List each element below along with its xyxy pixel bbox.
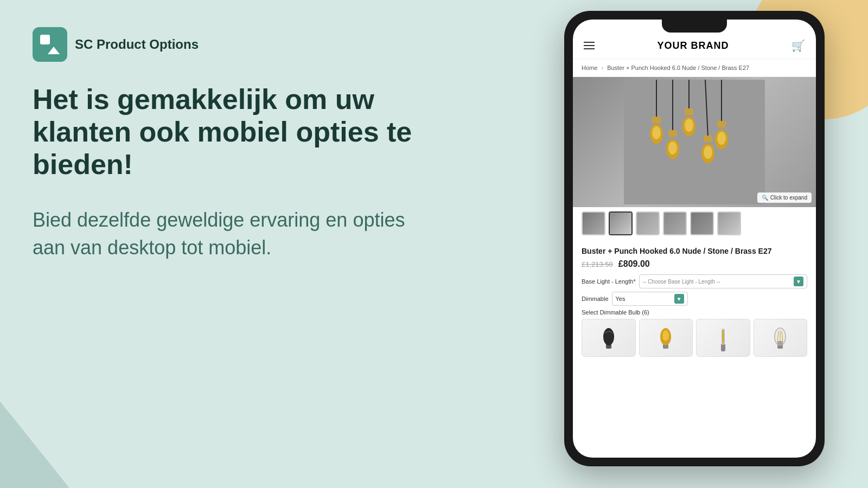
- menu-button[interactable]: [584, 42, 595, 49]
- product-info: Buster + Punch Hooked 6.0 Nude / Stone /…: [573, 240, 816, 364]
- bulb-icon-clear: [772, 326, 788, 350]
- phone-notch: [662, 20, 727, 33]
- phone-screen: YOUR BRAND 🛒 Home › Buster + Punch Hooke…: [573, 20, 816, 458]
- bulb-2-inner: [640, 319, 693, 356]
- brand-name: BRAND: [691, 40, 729, 51]
- svg-point-17: [668, 142, 677, 155]
- phone-frame: YOUR BRAND 🛒 Home › Buster + Punch Hooke…: [564, 11, 825, 466]
- left-panel: SC Product Options Het is gemakkelijk om…: [33, 27, 412, 261]
- breadcrumb: Home › Buster + Punch Hooked 6.0 Nude / …: [573, 59, 816, 77]
- svg-rect-28: [722, 330, 724, 344]
- store-brand: YOUR BRAND: [657, 40, 729, 52]
- bulb-options-grid: [582, 319, 807, 360]
- svg-rect-26: [721, 344, 725, 351]
- bulb-icon-tall: [717, 323, 730, 353]
- product-image-area: 🔍 Click to expand: [573, 77, 816, 207]
- svg-rect-10: [717, 121, 726, 127]
- bulb-option-1[interactable]: [582, 319, 636, 357]
- thumbnail-2[interactable]: [609, 211, 633, 235]
- svg-point-20: [717, 132, 726, 145]
- svg-rect-6: [652, 117, 661, 123]
- logo-area: SC Product Options: [33, 27, 412, 62]
- base-light-arrow: ▼: [794, 277, 803, 286]
- bulb-icon-dark: [601, 326, 617, 350]
- bulb-option-2[interactable]: [639, 319, 693, 357]
- menu-line-2: [584, 45, 595, 46]
- svg-point-19: [704, 146, 712, 159]
- brand-your: YOUR: [657, 40, 687, 51]
- bulb-4-inner: [754, 319, 807, 356]
- cart-button[interactable]: 🛒: [792, 39, 805, 52]
- svg-point-22: [603, 328, 614, 345]
- base-light-placeholder: -- Choose Base Light - Length --: [643, 279, 720, 285]
- page-headline: Het is gemakkelijk om uw klanten ook mob…: [33, 84, 412, 181]
- phone-mockup: YOUR BRAND 🛒 Home › Buster + Punch Hooke…: [564, 11, 835, 477]
- bulb-option-4[interactable]: [754, 319, 808, 357]
- option-dimmable-row: Dimmable Yes ▼: [582, 292, 807, 306]
- logo-icon-graphic: [40, 35, 60, 54]
- price-sale: £809.00: [618, 259, 650, 269]
- menu-line-3: [584, 48, 595, 49]
- thumbnail-4[interactable]: [663, 211, 687, 235]
- product-image: [573, 77, 816, 207]
- bulb-icon-amber: [658, 326, 674, 350]
- thumbnail-6[interactable]: [717, 211, 741, 235]
- product-title: Buster + Punch Hooked 6.0 Nude / Stone /…: [582, 246, 807, 256]
- breadcrumb-home[interactable]: Home: [582, 65, 597, 71]
- svg-point-18: [685, 119, 693, 132]
- svg-rect-8: [685, 108, 693, 115]
- expand-label: Click to expand: [770, 195, 807, 201]
- decorative-triangle: [0, 401, 87, 488]
- product-thumbnails: [573, 207, 816, 240]
- page-subtext: Bied dezelfde geweldige ervaring en opti…: [33, 207, 412, 261]
- logo-icon: [33, 27, 67, 62]
- option-dimmable-label: Dimmable: [582, 296, 609, 302]
- svg-point-25: [662, 330, 669, 341]
- dimmable-arrow: ▼: [674, 294, 684, 304]
- breadcrumb-current: Buster + Punch Hooked 6.0 Nude / Stone /…: [607, 65, 749, 71]
- product-illustration: [624, 80, 765, 204]
- svg-rect-7: [668, 130, 677, 137]
- bulb-3-inner: [697, 319, 750, 356]
- svg-point-16: [652, 126, 661, 139]
- dimmable-select[interactable]: Yes ▼: [612, 292, 688, 306]
- option-base-light-row: Base Light - Length* -- Choose Base Ligh…: [582, 274, 807, 288]
- svg-rect-9: [704, 136, 712, 142]
- breadcrumb-separator: ›: [601, 65, 603, 71]
- base-light-select[interactable]: -- Choose Base Light - Length -- ▼: [639, 274, 807, 288]
- thumbnail-5[interactable]: [690, 211, 714, 235]
- price-row: £1,213.50 £809.00: [582, 259, 807, 269]
- dimmable-value: Yes: [616, 296, 626, 302]
- price-original: £1,213.50: [582, 260, 613, 268]
- bulb-options-label: Select Dimmable Bulb (6): [582, 309, 807, 316]
- option-base-light-label: Base Light - Length*: [582, 278, 636, 285]
- menu-line-1: [584, 42, 595, 43]
- bulb-1-inner: [582, 319, 635, 356]
- svg-rect-0: [624, 80, 765, 204]
- bulb-option-3[interactable]: [696, 319, 750, 357]
- thumbnail-3[interactable]: [636, 211, 660, 235]
- thumbnail-1[interactable]: [582, 211, 605, 235]
- expand-button[interactable]: 🔍 Click to expand: [757, 192, 812, 203]
- expand-icon: 🔍: [762, 195, 768, 201]
- app-name: SC Product Options: [75, 37, 199, 52]
